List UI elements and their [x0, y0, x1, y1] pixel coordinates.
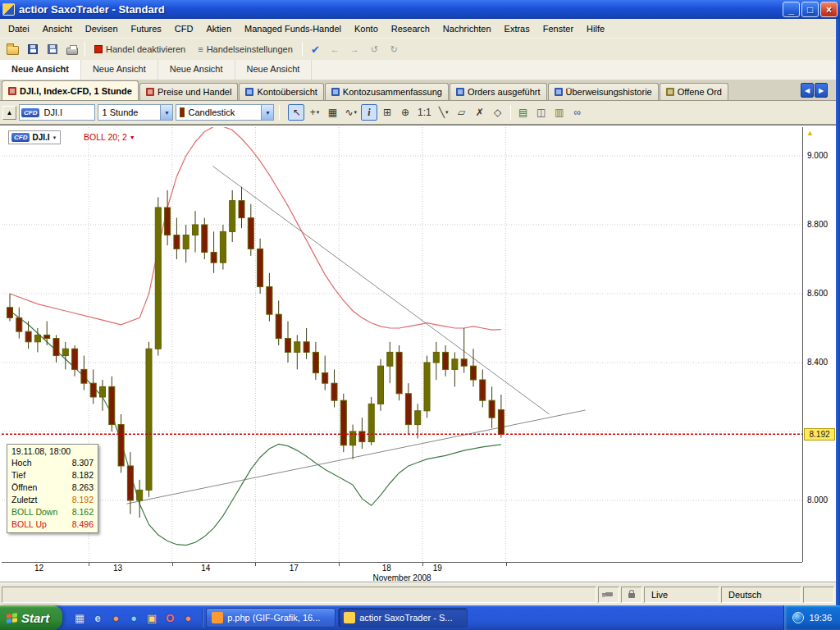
view-tab-4[interactable]: Neue Ansicht — [235, 60, 313, 80]
price-axis[interactable]: ▲ 8.192 9.0008.8008.6008.4008.000 — [802, 127, 836, 562]
doc-tab[interactable]: Orders ausgeführt — [450, 83, 547, 100]
menu-konto[interactable]: Konto — [348, 21, 385, 37]
zoom-icon[interactable]: ⊕ — [397, 104, 413, 121]
crosshair-tool[interactable]: +▾ — [306, 104, 322, 121]
duplicate-chart-icon[interactable]: ◫ — [533, 104, 550, 121]
info-label: Öffnen — [11, 482, 37, 494]
info-label: BOLL Down — [11, 506, 57, 518]
connection-icon — [605, 592, 613, 596]
bollinger-indicator-label[interactable]: BOLL 20; 2 ▼ — [84, 132, 135, 142]
menu-fenster[interactable]: Fenster — [536, 21, 580, 37]
menu-extras[interactable]: Extras — [498, 21, 536, 37]
info-label: Zuletzt — [11, 494, 38, 506]
folder-icon[interactable]: ▣ — [144, 610, 159, 625]
tab-scroll-right-button[interactable]: ▶ — [815, 83, 828, 98]
view-tab-1[interactable]: Neue Ansicht — [0, 60, 81, 80]
candlestick-chart[interactable] — [2, 127, 802, 562]
save-button[interactable] — [23, 40, 42, 58]
print-icon — [66, 48, 78, 55]
confirm-orders-button[interactable]: ✔ — [306, 40, 325, 58]
dock-panel-icon[interactable]: ⊞ — [379, 104, 395, 121]
doc-tab[interactable]: DJI.I, Index-CFD, 1 Stunde — [2, 80, 139, 100]
tool-glyph: ✗ — [476, 107, 484, 117]
indicator-list-icon[interactable]: ▤ — [515, 104, 532, 121]
doc-tab[interactable]: Offene Ord — [660, 83, 728, 100]
show-desktop-icon[interactable]: ▦ — [72, 610, 87, 625]
instrument-input[interactable] — [42, 106, 93, 119]
task-icon — [344, 612, 355, 623]
media-player-icon[interactable]: ● — [180, 610, 195, 625]
menu-ansicht[interactable]: Ansicht — [36, 21, 79, 37]
view-tab-3[interactable]: Neue Ansicht — [158, 60, 235, 80]
info-label: Hoch — [11, 457, 32, 469]
time-axis-label: 12 — [34, 564, 43, 573]
language-status: Deutsch — [721, 587, 801, 603]
link-windows-icon[interactable]: ∞ — [569, 104, 586, 121]
snapshot-icon[interactable]: ▥ — [551, 104, 568, 121]
disable-trading-button[interactable]: Handel deaktivieren — [89, 40, 191, 58]
maximize-button[interactable]: □ — [801, 2, 819, 17]
wave-indicator-icon[interactable]: ∿▾ — [342, 104, 359, 121]
info-row: Zuletzt8.192 — [7, 494, 98, 506]
chart-toolbar: ▲ CFD 1 Stunde ▼ Candlestick ▼ ↖+▾▦∿▾i⊞⊕… — [0, 101, 836, 125]
collapse-toolbar-button[interactable]: ▲ — [2, 106, 16, 120]
trade-settings-label: Handelseinstellungen — [207, 44, 293, 54]
menu-managed-funds-handel[interactable]: Managed Funds-Handel — [238, 21, 348, 37]
axis-tick — [172, 563, 173, 566]
minimize-button[interactable]: _ — [783, 2, 800, 17]
undo-refresh-button[interactable]: ↺ — [365, 40, 384, 58]
menu-futures[interactable]: Futures — [125, 21, 168, 37]
menu-datei[interactable]: Datei — [2, 21, 36, 37]
trade-settings-button[interactable]: ≡ Handelseinstellungen — [192, 40, 299, 58]
doc-tab[interactable]: Kontoübersicht — [239, 83, 323, 100]
info-label: BOLL Up — [11, 518, 47, 531]
doc-tab[interactable]: Preise und Handel — [139, 83, 239, 100]
menu-hilfe[interactable]: Hilfe — [580, 21, 611, 37]
tab-icon — [8, 87, 16, 95]
tab-scroll-left-button[interactable]: ◀ — [801, 83, 814, 98]
opera-icon[interactable]: O — [162, 610, 177, 625]
cursor-tool[interactable]: ↖ — [288, 104, 304, 121]
messenger-icon[interactable]: ● — [126, 610, 141, 625]
doc-tab[interactable]: Kontozusammenfassung — [325, 83, 449, 100]
firefox-icon[interactable]: ● — [108, 610, 123, 625]
forward-button[interactable]: → — [345, 40, 364, 58]
menu-nachrichten[interactable]: Nachrichten — [436, 21, 498, 37]
chart-symbol-select[interactable]: CFD DJI.I ▼ — [8, 130, 61, 144]
menu-cfd[interactable]: CFD — [168, 21, 200, 37]
view-tabs: Neue AnsichtNeue AnsichtNeue AnsichtNeue… — [0, 60, 836, 80]
window-controls: _ □ × — [783, 2, 838, 17]
eraser-icon[interactable]: ▱ — [454, 104, 470, 121]
doc-tab[interactable]: Überweisungshistorie — [548, 83, 659, 100]
line-draw-tool[interactable]: ╲▾ — [436, 104, 452, 121]
chevron-down-icon: ▼ — [130, 135, 135, 140]
period-select[interactable]: 1 Stunde ▼ — [98, 104, 173, 121]
redo-refresh-button[interactable]: ↻ — [385, 40, 404, 58]
start-button[interactable]: Start — [0, 605, 62, 630]
time-axis[interactable]: 121314171819 — [2, 562, 802, 573]
menu-aktien[interactable]: Aktien — [199, 21, 238, 37]
grid-toggle-icon[interactable]: ▦ — [324, 104, 340, 121]
view-tab-2[interactable]: Neue Ansicht — [81, 60, 158, 80]
task-button[interactable]: actior SaxoTrader - S... — [338, 608, 468, 628]
price-axis-label: 8.400 — [807, 358, 828, 367]
pointer-mode-icon[interactable]: ◇ — [490, 104, 506, 121]
info-value: 8.263 — [72, 482, 94, 494]
delete-drawings-icon[interactable]: ✗ — [472, 104, 488, 121]
task-button[interactable]: p.php (GIF-Grafik, 16... — [206, 608, 336, 628]
print-button[interactable] — [62, 40, 81, 58]
tray-network-icon[interactable] — [792, 612, 804, 623]
scale-one-to-one[interactable]: 1:1 — [415, 104, 434, 121]
menu-research[interactable]: Research — [385, 21, 436, 37]
close-button[interactable]: × — [820, 2, 838, 17]
internet-explorer-icon[interactable]: e — [90, 610, 105, 625]
document-tab-strip: DJI.I, Index-CFD, 1 StundePreise und Han… — [2, 80, 729, 100]
menu-devisen[interactable]: Devisen — [79, 21, 125, 37]
save-all-button[interactable] — [43, 40, 62, 58]
chart-style-select[interactable]: Candlestick ▼ — [176, 104, 274, 121]
open-button[interactable] — [3, 40, 22, 58]
info-value: 8.182 — [72, 469, 94, 482]
info-toggle[interactable]: i — [361, 104, 377, 121]
info-value: 8.307 — [72, 457, 94, 469]
back-button[interactable]: ← — [326, 40, 345, 58]
